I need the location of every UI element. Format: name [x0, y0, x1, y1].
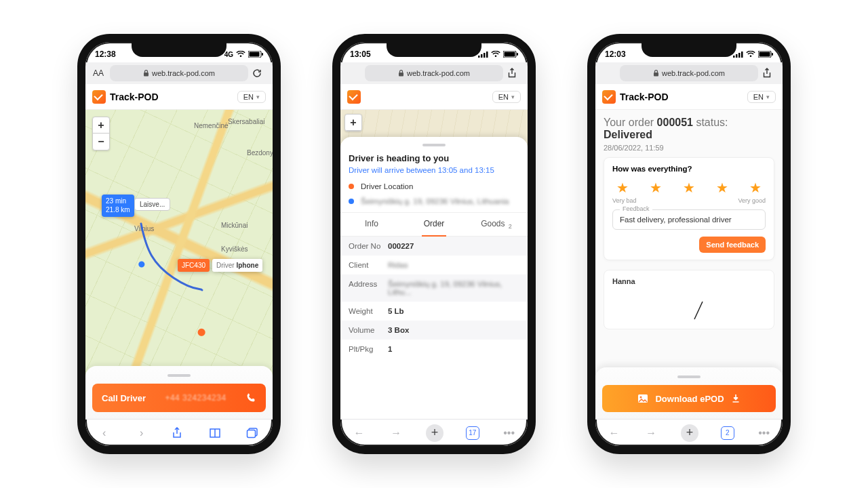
back-icon[interactable]: ‹: [97, 427, 112, 439]
driver-route-code: JFC430: [178, 259, 210, 272]
order-details-table: Order No000227 ClientRidas AddressŠeimyn…: [340, 237, 528, 359]
url-field[interactable]: web.track-pod.com: [620, 65, 758, 81]
safari-toolbar: ← → + 2 •••: [595, 419, 783, 446]
driver-marker[interactable]: JFC430 Driver Iphone: [178, 259, 262, 272]
order-status-value: Delivered: [604, 129, 774, 141]
share-icon[interactable]: [507, 68, 522, 79]
drag-handle-icon[interactable]: [677, 375, 701, 378]
zoom-in-button[interactable]: +: [345, 115, 361, 131]
phone-mockup-tracking-map: 12:38 4G AA web.track-pod.com Track-POD …: [77, 34, 281, 454]
drag-handle-icon[interactable]: [167, 374, 191, 377]
share-icon[interactable]: [762, 68, 777, 79]
zoom-out-button[interactable]: −: [93, 134, 109, 150]
map-city-label: Mickūnai: [221, 222, 248, 229]
url-field[interactable]: web.track-pod.com: [110, 65, 248, 81]
svg-rect-11: [505, 52, 515, 57]
language-selector[interactable]: EN: [492, 91, 521, 103]
svg-rect-13: [399, 73, 403, 77]
map-zoom-control[interactable]: +: [344, 114, 362, 131]
table-row: Volume3 Box: [340, 321, 528, 340]
text-size-control[interactable]: AA: [91, 68, 106, 78]
status-time: 13:05: [350, 49, 371, 59]
download-icon: [731, 394, 741, 403]
wifi-icon: [491, 51, 500, 58]
svg-rect-8: [484, 53, 486, 58]
zoom-in-button[interactable]: +: [93, 117, 109, 134]
lock-icon: [143, 70, 149, 77]
star-icon[interactable]: ★: [749, 180, 762, 196]
table-row: Order No000227: [340, 237, 528, 256]
map-zoom-control[interactable]: + −: [92, 117, 110, 150]
signature-icon: [689, 298, 716, 325]
tab-info[interactable]: Info: [340, 213, 403, 236]
svg-rect-5: [248, 430, 256, 437]
tabs-count[interactable]: 17: [466, 426, 479, 440]
download-epod-button[interactable]: Download ePOD: [602, 385, 776, 412]
eta-distance: 21.8 km: [106, 206, 130, 215]
reload-icon[interactable]: [252, 68, 267, 78]
delivered-view: Your order 000051 status: Delivered 28/0…: [595, 110, 783, 419]
new-tab-button[interactable]: +: [426, 424, 443, 442]
rating-stars[interactable]: ★ ★ ★ ★ ★: [612, 177, 766, 197]
legend-driver: Driver Location: [349, 182, 519, 190]
tabs-icon[interactable]: [246, 428, 261, 439]
brand-logo: Track-POD: [92, 90, 159, 104]
back-icon[interactable]: ←: [351, 427, 366, 439]
brand-name: Track-POD: [620, 92, 669, 102]
phone-notch: [642, 41, 736, 57]
table-row: Weight5 Lb: [340, 302, 528, 321]
status-time: 12:38: [95, 49, 116, 59]
url-text: web.track-pod.com: [407, 69, 470, 77]
star-icon[interactable]: ★: [650, 180, 662, 196]
lock-icon: [398, 70, 404, 77]
order-bottom-sheet[interactable]: Driver is heading to you Driver will arr…: [340, 137, 528, 419]
bookmarks-icon[interactable]: [209, 428, 224, 439]
share-icon[interactable]: [172, 427, 186, 439]
star-icon[interactable]: ★: [716, 180, 728, 196]
svg-rect-21: [654, 73, 658, 77]
brand-name: Track-POD: [110, 92, 159, 102]
safari-toolbar: ← → + 17 •••: [340, 419, 528, 446]
forward-icon[interactable]: →: [644, 427, 658, 439]
svg-rect-20: [772, 53, 773, 56]
more-icon[interactable]: •••: [757, 427, 772, 439]
driver-badge: Driver Iphone: [212, 259, 262, 272]
call-driver-button[interactable]: Call Driver +44 324234234: [92, 384, 266, 412]
battery-icon: [758, 51, 773, 58]
language-selector[interactable]: EN: [747, 91, 776, 103]
url-text: web.track-pod.com: [662, 69, 725, 77]
language-selector[interactable]: EN: [237, 91, 266, 103]
new-tab-button[interactable]: +: [681, 424, 698, 442]
svg-rect-14: [733, 56, 735, 58]
logo-icon: [347, 90, 361, 104]
url-field[interactable]: web.track-pod.com: [365, 65, 503, 81]
tabs-count[interactable]: 2: [721, 426, 734, 440]
svg-rect-6: [478, 56, 480, 58]
forward-icon[interactable]: →: [389, 427, 403, 439]
status-icons: 4G: [224, 51, 263, 58]
more-icon[interactable]: •••: [502, 427, 517, 439]
back-icon[interactable]: ←: [606, 427, 621, 439]
drag-handle-icon[interactable]: [422, 144, 446, 146]
app-header: Track-POD EN: [595, 84, 783, 110]
send-feedback-button[interactable]: Send feedback: [699, 237, 766, 253]
svg-rect-9: [486, 52, 488, 58]
map-city-label: Bezdonys: [247, 149, 273, 157]
rate-question: How was everything?: [612, 165, 766, 173]
feedback-card: How was everything? ★ ★ ★ ★ ★ Very badVe…: [604, 157, 774, 260]
table-row: AddressŠeimyniškių g. 19, 09236 Vilnius,…: [340, 274, 528, 302]
lock-icon: [653, 70, 659, 77]
feedback-field[interactable]: Feedback Fast delivery, professional dri…: [612, 209, 766, 230]
forward-icon[interactable]: ›: [134, 427, 149, 439]
svg-rect-2: [262, 53, 263, 56]
safari-toolbar: ‹ ›: [85, 419, 273, 446]
bottom-sheet[interactable]: Call Driver +44 324234234: [85, 366, 273, 419]
tab-order[interactable]: Order: [403, 213, 465, 236]
safari-address-bar: AA web.track-pod.com: [85, 62, 273, 84]
star-icon[interactable]: ★: [683, 180, 695, 196]
star-icon[interactable]: ★: [616, 180, 629, 196]
tracking-map-view[interactable]: Vilnius Nemenčinė Mickūnai Kyviškės Sker…: [85, 110, 273, 419]
tab-goods[interactable]: Goods 2: [465, 213, 528, 236]
feedback-legend: Feedback: [620, 205, 652, 212]
destination-label: Laisve...: [134, 198, 170, 211]
